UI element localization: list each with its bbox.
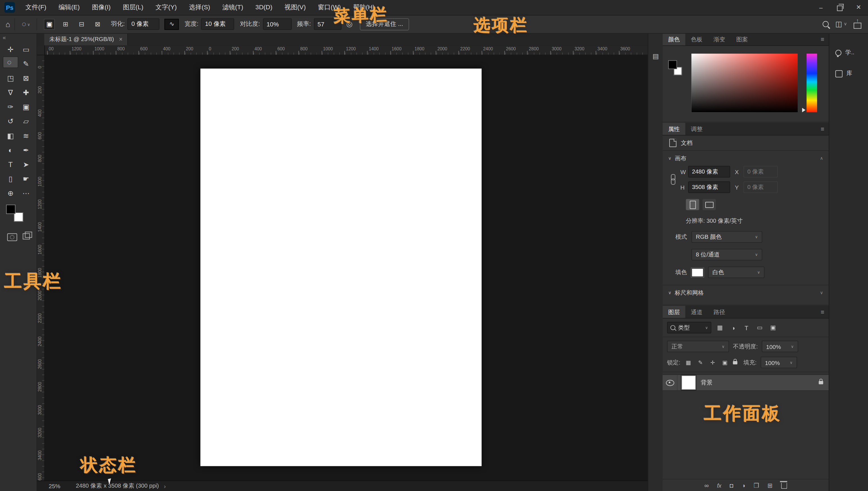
- canvas-section-header[interactable]: ∨ 画布 ∧: [668, 151, 823, 166]
- tab-color[interactable]: 颜色: [662, 33, 685, 45]
- scroll-down-icon[interactable]: ∨: [820, 290, 823, 295]
- crop-tool[interactable]: ◳: [3, 71, 18, 85]
- lock-transparency-icon[interactable]: ▦: [684, 359, 693, 366]
- lock-all-icon[interactable]: [733, 361, 737, 364]
- new-group-icon[interactable]: ❒: [754, 482, 759, 489]
- menu-item[interactable]: 选择(S): [183, 0, 216, 15]
- zoom-tool[interactable]: ⊕: [3, 186, 18, 200]
- filter-shape-layers-icon[interactable]: ▭: [755, 324, 764, 331]
- zoom-level[interactable]: 25%: [49, 483, 60, 490]
- landscape-orientation-button[interactable]: [702, 199, 716, 210]
- lock-artboard-icon[interactable]: ▣: [721, 359, 729, 366]
- filter-adjustment-layers-icon[interactable]: ◑: [728, 324, 738, 331]
- saturation-brightness-field[interactable]: [691, 54, 798, 112]
- menu-item[interactable]: 编辑(E): [52, 0, 86, 15]
- blend-mode-select[interactable]: 正常 ∨: [667, 341, 729, 352]
- clone-stamp-tool[interactable]: ▣: [18, 99, 34, 114]
- layer-fill-select[interactable]: 100% ∨: [760, 356, 797, 368]
- minimize-button[interactable]: –: [811, 0, 830, 15]
- intersect-selection-icon[interactable]: ⊠: [92, 19, 103, 30]
- libraries-panel-button[interactable]: 库: [835, 70, 868, 78]
- add-to-selection-icon[interactable]: ⊞: [60, 19, 71, 30]
- delete-layer-icon[interactable]: [781, 483, 787, 489]
- menu-item[interactable]: 文字(Y): [150, 0, 183, 15]
- tab-gradients[interactable]: 渐变: [708, 33, 731, 45]
- canvas-x-input[interactable]: 0 像素: [744, 166, 778, 177]
- scroll-up-icon[interactable]: ∧: [820, 156, 823, 161]
- layer-name[interactable]: 背景: [701, 379, 712, 387]
- frame-tool[interactable]: ⊠: [18, 71, 34, 85]
- hue-slider[interactable]: [806, 54, 817, 112]
- lasso-tool[interactable]: ◌: [3, 57, 18, 68]
- eyedropper-tool[interactable]: ∇: [3, 85, 18, 99]
- filter-type-layers-icon[interactable]: T: [742, 324, 751, 331]
- ruler-origin-corner[interactable]: [36, 45, 45, 55]
- close-button[interactable]: ✕: [849, 0, 868, 15]
- menu-item[interactable]: 3D(D): [249, 0, 278, 15]
- hand-tool[interactable]: ☛: [18, 172, 34, 186]
- lock-position-icon[interactable]: ✛: [709, 359, 717, 366]
- layer-style-icon[interactable]: fx: [717, 483, 721, 489]
- opacity-select[interactable]: 100% ∨: [762, 341, 798, 352]
- document-tab[interactable]: 未标题-1 @ 25%(RGB/8) ×: [44, 33, 128, 45]
- menu-item[interactable]: 视图(V): [278, 0, 312, 15]
- canvas-viewport[interactable]: 0200400600800100012001400160018002000220…: [36, 55, 648, 481]
- width-input[interactable]: 10 像素: [201, 18, 234, 30]
- collapse-toolbar-icon[interactable]: «: [0, 33, 36, 40]
- lock-pixels-icon[interactable]: ✎: [696, 359, 705, 366]
- tab-channels[interactable]: 通道: [685, 306, 708, 318]
- move-tool[interactable]: ✛: [3, 42, 18, 56]
- feather-input[interactable]: 0 像素: [128, 18, 160, 30]
- adjustment-layer-icon[interactable]: ◑: [742, 482, 745, 489]
- rectangular-marquee-tool[interactable]: ▭: [18, 42, 34, 56]
- screen-mode-icon[interactable]: [23, 233, 30, 239]
- pen-tool[interactable]: ✒: [18, 143, 34, 157]
- link-layers-icon[interactable]: ∞: [705, 482, 709, 489]
- menu-item[interactable]: 图像(I): [86, 0, 117, 15]
- tab-adjustments[interactable]: 调整: [685, 123, 708, 135]
- ruler-horizontal[interactable]: 0012001000800600400200020040060080010001…: [36, 45, 648, 55]
- filter-smart-objects-icon[interactable]: ▣: [769, 324, 778, 331]
- panel-menu-icon[interactable]: ≡: [821, 33, 829, 45]
- tablet-pressure-icon[interactable]: ∿: [165, 19, 179, 30]
- new-selection-icon[interactable]: ▣: [44, 19, 55, 30]
- layer-filter-select[interactable]: 类型 ∨: [667, 322, 712, 333]
- restore-button[interactable]: [830, 0, 849, 15]
- current-tool-chip[interactable]: ◌ ∨: [20, 19, 32, 29]
- share-icon[interactable]: [854, 23, 862, 29]
- foreground-color-swatch[interactable]: [668, 60, 677, 69]
- document-canvas[interactable]: [201, 68, 481, 466]
- canvas-y-input[interactable]: 0 像素: [744, 181, 778, 193]
- layer-row-background[interactable]: 背景: [662, 374, 829, 391]
- layer-visibility-toggle[interactable]: [662, 375, 678, 390]
- panel-menu-icon[interactable]: ≡: [821, 306, 829, 318]
- panel-menu-icon[interactable]: ≡: [821, 123, 829, 135]
- contrast-input[interactable]: 10%: [263, 18, 292, 30]
- gradient-tool[interactable]: ◧: [3, 128, 18, 143]
- spot-healing-brush-tool[interactable]: ✚: [18, 85, 34, 99]
- link-dimensions-icon[interactable]: [670, 175, 676, 184]
- history-brush-tool[interactable]: ↺: [3, 114, 18, 128]
- ruler-vertical[interactable]: 0200400600800100012001400160018002000220…: [36, 55, 45, 481]
- color-mode-select[interactable]: RGB 颜色 ∨: [691, 231, 762, 243]
- workspace-switcher[interactable]: ◫ ∨: [835, 20, 847, 28]
- new-layer-icon[interactable]: ⊞: [767, 482, 772, 489]
- hue-slider-marker[interactable]: [802, 108, 806, 112]
- filter-pixel-layers-icon[interactable]: ▦: [715, 324, 724, 331]
- menu-item[interactable]: 文件(F): [20, 0, 53, 15]
- fill-color-select[interactable]: 白色 ∨: [708, 267, 765, 278]
- tab-paths[interactable]: 路径: [708, 306, 731, 318]
- learn-panel-button[interactable]: 学..: [835, 49, 868, 57]
- search-icon[interactable]: [822, 21, 829, 27]
- canvas-width-input[interactable]: 2480 像素: [688, 166, 730, 177]
- quick-selection-tool[interactable]: ✎: [18, 57, 34, 71]
- path-selection-tool[interactable]: ➤: [18, 157, 34, 171]
- menu-item[interactable]: 滤镜(T): [216, 0, 249, 15]
- rectangle-tool[interactable]: ▯: [3, 172, 18, 186]
- menu-item[interactable]: 图层(L): [117, 0, 149, 15]
- home-icon[interactable]: ⌂: [6, 20, 10, 28]
- tab-properties[interactable]: 属性: [662, 123, 685, 135]
- brush-tool[interactable]: ✑: [3, 99, 18, 114]
- status-chevron-icon[interactable]: ›: [164, 483, 166, 490]
- history-panel-icon[interactable]: ▤: [651, 51, 661, 61]
